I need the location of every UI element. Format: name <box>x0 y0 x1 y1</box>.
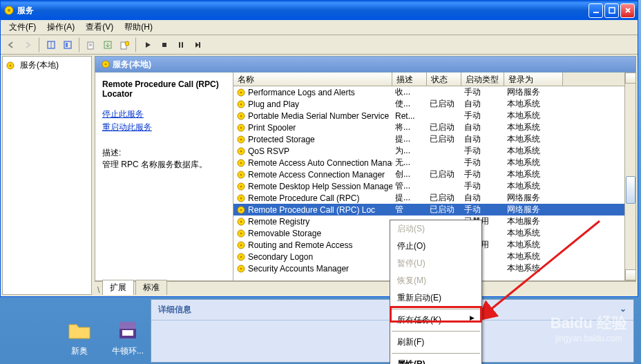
service-logon: 本地系统 <box>504 180 563 192</box>
help-button[interactable] <box>117 37 132 52</box>
service-row[interactable]: QoS RSVP为...手动本地系统 <box>233 145 635 157</box>
toolbar-btn-2[interactable] <box>60 37 75 52</box>
forward-button[interactable] <box>20 37 35 52</box>
watermark-url: jingyan.baidu.com <box>551 334 627 343</box>
svg-point-10 <box>125 41 129 46</box>
service-name: Print Spooler <box>248 123 296 133</box>
service-row[interactable]: Performance Logs and Alerts收...手动网络服务 <box>233 86 635 98</box>
close-button[interactable] <box>620 3 635 18</box>
gear-icon <box>236 123 246 133</box>
restart-link[interactable]: 重启动此服务 <box>102 122 226 133</box>
pane-header-text: 服务(本地) <box>113 59 151 70</box>
ctx-start[interactable]: 启动(S) <box>390 220 481 238</box>
svg-rect-3 <box>609 8 615 13</box>
detail-pane: Remote Procedure Call (RPC) Locator 停止此服… <box>95 73 233 280</box>
gear-icon <box>236 111 246 121</box>
play-button[interactable] <box>140 37 155 52</box>
svg-point-18 <box>105 64 107 66</box>
pane-header: 服务(本地) <box>95 56 636 73</box>
service-logon: 网络服务 <box>504 204 563 215</box>
vertical-scrollbar[interactable] <box>624 73 635 280</box>
tab-extended[interactable]: 扩展 <box>102 280 134 295</box>
service-row[interactable]: Remote Desktop Help Session Manager管...手… <box>233 180 635 192</box>
ctx-refresh[interactable]: 刷新(F) <box>390 334 481 351</box>
col-name[interactable]: 名称 <box>233 73 392 86</box>
export-button[interactable] <box>100 37 115 52</box>
service-row[interactable]: Remote Access Auto Connection Manager无..… <box>233 157 635 169</box>
service-row[interactable]: Remote Procedure Call (RPC)提...已启动自动网络服务 <box>233 192 635 204</box>
desktop-folder-label: 新奥 <box>71 346 88 356</box>
ctx-restart[interactable]: 重新启动(E) <box>390 289 481 307</box>
service-row[interactable]: Remote Access Connection Manager创...已启动手… <box>233 169 635 180</box>
service-name: Remote Access Connection Manager <box>248 170 385 180</box>
service-name: Secondary Logon <box>248 252 313 262</box>
minimize-button[interactable] <box>589 3 603 18</box>
gear-icon <box>236 217 246 227</box>
app-icon <box>3 5 15 16</box>
service-startup: 自动 <box>461 122 504 133</box>
menu-view[interactable]: 查看(V) <box>80 20 119 35</box>
service-desc: 收... <box>392 86 427 98</box>
service-desc: 管... <box>392 180 427 192</box>
service-startup: 手动 <box>461 180 504 192</box>
ctx-pause[interactable]: 暂停(U) <box>390 255 481 272</box>
menu-file[interactable]: 文件(F) <box>3 20 41 35</box>
service-desc: 为... <box>392 145 427 157</box>
svg-point-48 <box>240 256 242 258</box>
menu-help[interactable]: 帮助(H) <box>119 20 158 35</box>
svg-point-38 <box>240 197 242 199</box>
gear-icon <box>236 240 246 250</box>
service-logon: 本地服务 <box>504 215 563 227</box>
gear-icon <box>236 205 246 215</box>
service-name: Plug and Play <box>248 99 299 109</box>
ctx-stop[interactable]: 停止(O) <box>390 238 481 255</box>
pause-button[interactable] <box>173 37 189 52</box>
service-state: 已启动 <box>427 122 461 133</box>
gear-icon <box>236 182 246 191</box>
restart-button[interactable] <box>190 37 205 52</box>
svg-point-22 <box>240 103 242 105</box>
tab-standard[interactable]: 标准 <box>135 280 167 295</box>
service-row[interactable]: Protected Storage提...已启动自动本地系统 <box>233 133 635 145</box>
gear-icon <box>236 88 246 97</box>
service-name: Protected Storage <box>248 135 315 144</box>
gear-icon <box>236 146 246 156</box>
service-name: Performance Logs and Alerts <box>248 88 355 97</box>
ctx-properties[interactable]: 属性(R) <box>390 356 481 364</box>
service-name: QoS RSVP <box>248 146 289 156</box>
service-logon: 本地系统 <box>504 169 563 180</box>
stop-link[interactable]: 停止此服务 <box>102 108 226 120</box>
tree-root[interactable]: 服务(本地) <box>6 59 88 71</box>
toolbar-btn-1[interactable] <box>44 37 59 52</box>
service-row[interactable]: Portable Media Serial Number ServiceRet.… <box>233 110 635 122</box>
tree-root-label: 服务(本地) <box>20 59 59 71</box>
svg-point-16 <box>10 64 12 66</box>
svg-rect-13 <box>182 42 183 48</box>
ctx-resume[interactable]: 恢复(M) <box>390 272 481 289</box>
col-desc[interactable]: 描述 <box>392 73 427 86</box>
maximize-button[interactable] <box>604 3 619 18</box>
stop-button[interactable] <box>157 37 172 52</box>
service-row[interactable]: Remote Procedure Call (RPC) Loc管已启动手动网络服… <box>233 204 635 215</box>
col-state[interactable]: 状态 <box>427 73 461 86</box>
scroll-thumb[interactable] <box>626 176 635 204</box>
titlebar[interactable]: 服务 <box>1 1 638 20</box>
desktop-rar[interactable]: 牛顿环... <box>111 318 145 357</box>
col-logon[interactable]: 登录为 <box>504 73 563 86</box>
service-row[interactable]: Plug and Play使...已启动自动本地系统 <box>233 98 635 110</box>
menu-action[interactable]: 操作(A) <box>41 20 80 35</box>
service-name: Remote Access Auto Connection Manager <box>248 158 392 168</box>
back-button[interactable] <box>3 37 19 52</box>
ctx-all-tasks[interactable]: 所有任务(K) <box>390 312 481 329</box>
service-desc: 创... <box>392 169 427 180</box>
svg-point-42 <box>240 220 242 222</box>
right-pane: 服务(本地) Remote Procedure Call (RPC) Locat… <box>95 56 636 295</box>
desktop-folder[interactable]: 新奥 <box>62 318 97 357</box>
service-row[interactable]: Print Spooler将...已启动自动本地系统 <box>233 122 635 133</box>
col-startup[interactable]: 启动类型 <box>461 73 504 86</box>
svg-point-20 <box>240 91 242 93</box>
gear-icon <box>236 229 246 238</box>
refresh-button[interactable] <box>84 37 99 52</box>
watermark: Baidu 经验 jingyan.baidu.com <box>551 313 627 343</box>
service-logon: 本地系统 <box>504 122 563 133</box>
